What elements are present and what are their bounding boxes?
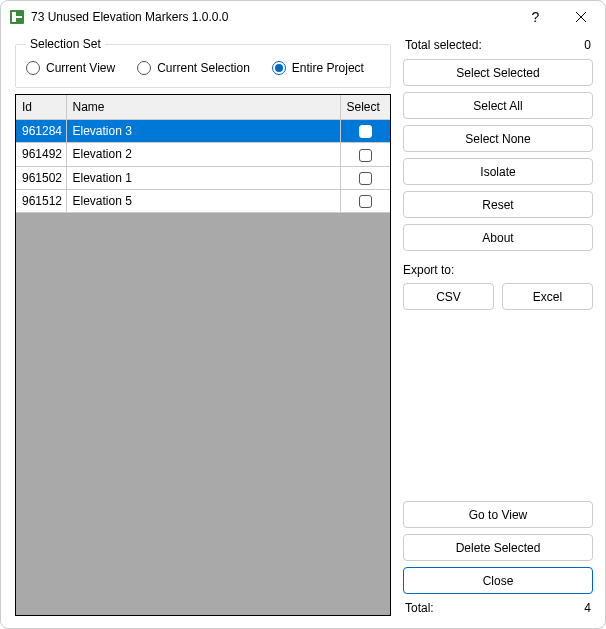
total-row: Total: 4 (403, 600, 593, 616)
radio-current-view[interactable]: Current View (26, 61, 115, 75)
svg-rect-1 (12, 12, 16, 22)
cell-name[interactable]: Elevation 3 (66, 120, 340, 143)
results-grid[interactable]: Id Name Select 961284Elevation 3961492El… (15, 94, 391, 616)
total-value: 4 (584, 601, 591, 615)
cell-select[interactable] (340, 120, 390, 143)
radio-current-selection[interactable]: Current Selection (137, 61, 250, 75)
total-selected-label: Total selected: (405, 38, 482, 52)
close-button[interactable]: Close (403, 567, 593, 594)
export-label: Export to: (403, 263, 593, 277)
cell-select[interactable] (340, 189, 390, 212)
export-excel-button[interactable]: Excel (502, 283, 593, 310)
checkbox-icon[interactable] (359, 149, 372, 162)
total-selected-value: 0 (584, 38, 591, 52)
export-csv-button[interactable]: CSV (403, 283, 494, 310)
select-selected-button[interactable]: Select Selected (403, 59, 593, 86)
cell-id[interactable]: 961502 (16, 166, 66, 189)
go-to-view-button[interactable]: Go to View (403, 501, 593, 528)
app-icon (9, 9, 25, 25)
cell-id[interactable]: 961284 (16, 120, 66, 143)
col-header-id[interactable]: Id (16, 95, 66, 120)
radio-label: Current Selection (157, 61, 250, 75)
radio-icon (272, 61, 286, 75)
titlebar: 73 Unused Elevation Markers 1.0.0.0 ? (1, 1, 605, 33)
selection-set-group: Selection Set Current View Current Selec… (15, 37, 391, 88)
table-row[interactable]: 961284Elevation 3 (16, 120, 390, 143)
radio-label: Current View (46, 61, 115, 75)
checkbox-icon[interactable] (359, 125, 372, 138)
col-header-name[interactable]: Name (66, 95, 340, 120)
checkbox-icon[interactable] (359, 195, 372, 208)
about-button[interactable]: About (403, 224, 593, 251)
svg-rect-2 (16, 16, 22, 18)
radio-icon (137, 61, 151, 75)
radio-icon (26, 61, 40, 75)
checkbox-icon[interactable] (359, 172, 372, 185)
cell-name[interactable]: Elevation 1 (66, 166, 340, 189)
table-row[interactable]: 961512Elevation 5 (16, 189, 390, 212)
cell-select[interactable] (340, 143, 390, 166)
window-title: 73 Unused Elevation Markers 1.0.0.0 (31, 10, 228, 24)
cell-name[interactable]: Elevation 2 (66, 143, 340, 166)
cell-id[interactable]: 961512 (16, 189, 66, 212)
isolate-button[interactable]: Isolate (403, 158, 593, 185)
cell-name[interactable]: Elevation 5 (66, 189, 340, 212)
select-none-button[interactable]: Select None (403, 125, 593, 152)
radio-entire-project[interactable]: Entire Project (272, 61, 364, 75)
total-label: Total: (405, 601, 434, 615)
close-icon (576, 12, 586, 22)
col-header-select[interactable]: Select (340, 95, 390, 120)
table-row[interactable]: 961502Elevation 1 (16, 166, 390, 189)
cell-id[interactable]: 961492 (16, 143, 66, 166)
total-selected-row: Total selected: 0 (403, 37, 593, 53)
reset-button[interactable]: Reset (403, 191, 593, 218)
table-row[interactable]: 961492Elevation 2 (16, 143, 390, 166)
select-all-button[interactable]: Select All (403, 92, 593, 119)
help-button[interactable]: ? (513, 2, 558, 32)
cell-select[interactable] (340, 166, 390, 189)
selection-set-legend: Selection Set (26, 37, 105, 51)
close-window-button[interactable] (558, 2, 603, 32)
radio-label: Entire Project (292, 61, 364, 75)
delete-selected-button[interactable]: Delete Selected (403, 534, 593, 561)
